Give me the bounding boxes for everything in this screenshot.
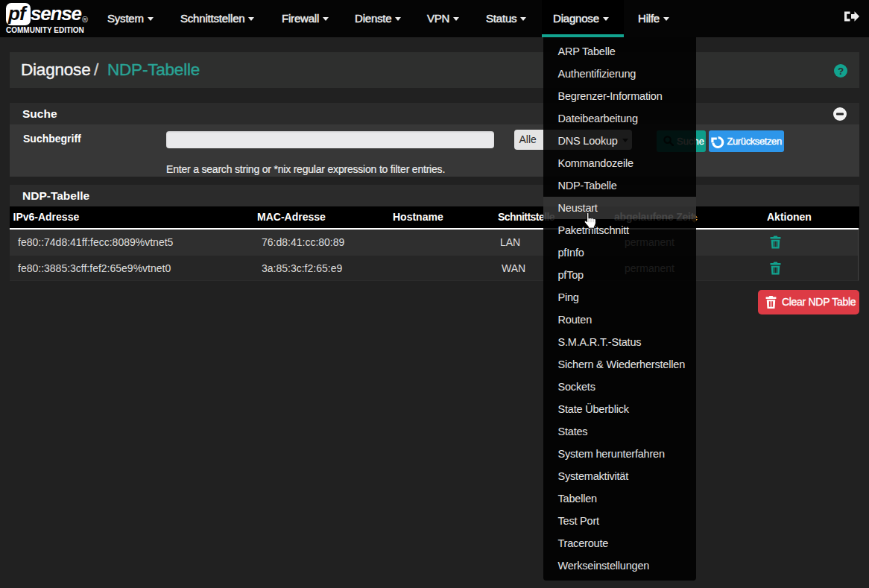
svg-text:?: ? — [838, 66, 844, 77]
